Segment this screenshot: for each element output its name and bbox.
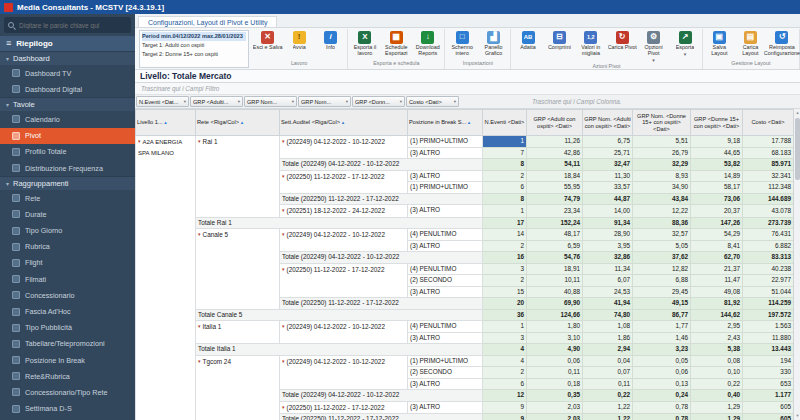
pivot-value-cell[interactable]: 54,76	[527, 252, 583, 264]
pivot-pos-cell[interactable]: (3) ALTRO	[408, 378, 483, 390]
row-area-header-rete-riga-col[interactable]: Rete <Riga/Col> ▴	[196, 110, 280, 136]
pivot-value-cell[interactable]: 53,82	[691, 159, 743, 171]
carica-pivot-button[interactable]: ↻Carica Pivot	[607, 29, 638, 51]
panello-grafico-button[interactable]: ▟Panello Grafico	[478, 29, 509, 57]
pivot-value-cell[interactable]: 112.348	[743, 182, 794, 194]
pivot-value-cell[interactable]: 1	[483, 136, 527, 148]
pivot-value-cell[interactable]: 6,88	[633, 275, 691, 287]
sidebar-section-raggruppamenti[interactable]: ▾Raggruppamenti	[0, 176, 135, 190]
pivot-value-cell[interactable]: 6	[483, 378, 527, 390]
expander-icon[interactable]: ▾	[282, 266, 285, 272]
expander-icon[interactable]: ▾	[282, 138, 285, 144]
pivot-pos-cell[interactable]: (3) ALTRO	[408, 401, 483, 414]
pivot-value-cell[interactable]: 17.788	[743, 136, 794, 148]
sidebar-item-pivot[interactable]: Pivot	[0, 128, 135, 144]
salva-layout-button[interactable]: ▣Salva Layout	[704, 29, 735, 57]
pivot-sett-cell[interactable]: ▾(202249) 04-12-2022 - 10-12-2022	[280, 321, 408, 344]
pivot-value-cell[interactable]: 68.183	[743, 147, 794, 159]
pivot-value-cell[interactable]: 1,46	[633, 332, 691, 344]
download-reports-button[interactable]: ↓Download Reports	[412, 29, 443, 57]
pivot-value-cell[interactable]: 44,87	[583, 193, 633, 205]
pivot-value-cell[interactable]: 653	[743, 378, 794, 390]
row-area-header-sett-auditel-riga-col[interactable]: Sett.Auditel <Riga/Col> ▴	[280, 110, 408, 136]
pivot-pos-cell[interactable]: (3) ALTRO	[408, 332, 483, 344]
pivot-value-cell[interactable]: 2,95	[691, 321, 743, 333]
pivot-value-cell[interactable]: 197.572	[743, 309, 794, 321]
sidebar-item-fascia-ad-hoc[interactable]: Fascia Ad'Hoc	[0, 303, 135, 319]
esci-e-salva-button[interactable]: ✕Esci e Salva	[252, 29, 283, 51]
pivot-value-cell[interactable]: 2	[483, 367, 527, 379]
data-column-header-n-eventi-dati[interactable]: N.Eventi <Dati>	[483, 110, 527, 136]
pivot-value-cell[interactable]: 8	[483, 193, 527, 205]
pivot-value-cell[interactable]: 32,47	[583, 159, 633, 171]
scroll-up-icon[interactable]: ▲	[794, 109, 800, 117]
pivot-value-cell[interactable]: 9,18	[691, 136, 743, 148]
pivot-value-cell[interactable]: 1,29	[691, 401, 743, 414]
expander-icon[interactable]: ▾	[282, 173, 285, 179]
pivot-value-cell[interactable]: 28,90	[583, 229, 633, 241]
pivot-value-cell[interactable]: 0,24	[633, 390, 691, 402]
pivot-pos-cell[interactable]: (4) PENULTIMO	[408, 263, 483, 275]
pivot-value-cell[interactable]: 14,00	[583, 205, 633, 218]
pivot-value-cell[interactable]: 8,41	[691, 240, 743, 252]
pivot-value-cell[interactable]: 124,66	[527, 309, 583, 321]
data-field-chip-grp-adulti[interactable]: GRP <Adulti...▾	[190, 96, 243, 107]
data-field-chip-costo-dati[interactable]: Costo <Dati>▾	[406, 96, 459, 107]
pivot-value-cell[interactable]: 2	[483, 170, 527, 182]
data-column-header-grp-nom-donne-15-con-ospiti-dati[interactable]: GRP Nom. <Donne 15+ con ospiti> <Dati>	[633, 110, 691, 136]
sidebar-item-tabellare-telepromozioni[interactable]: Tabellare/Telepromozioni	[0, 336, 135, 352]
pivot-value-cell[interactable]: 1,86	[583, 332, 633, 344]
pivot-sett-cell[interactable]: Totale (202250) 11-12-2022 - 17-12-2022	[280, 193, 483, 205]
expander-icon[interactable]: ▾	[282, 231, 285, 237]
pivot-rete-cell[interactable]: ▾Italia 1	[196, 321, 280, 344]
sidebar-item-posizione-in-break[interactable]: Posizione In Break	[0, 352, 135, 368]
sidebar-item-tipo-pubblicit[interactable]: Tipo Pubblicità	[0, 320, 135, 336]
pivot-value-cell[interactable]: 11,34	[583, 263, 633, 275]
sidebar-item-durate[interactable]: Durate	[0, 206, 135, 222]
comprimi-button[interactable]: ⊟Comprimi	[544, 29, 575, 51]
sidebar-item-concessionario-tipo-rete[interactable]: Concessionario/Tipo Rete	[0, 384, 135, 400]
pivot-value-cell[interactable]: 85.971	[743, 159, 794, 171]
pivot-value-cell[interactable]: 88,36	[633, 217, 691, 229]
pivot-value-cell[interactable]: 3,23	[633, 344, 691, 356]
pivot-value-cell[interactable]: 37,62	[633, 252, 691, 264]
pivot-value-cell[interactable]: 1,80	[527, 321, 583, 333]
pivot-value-cell[interactable]: 9	[483, 414, 527, 420]
pivot-value-cell[interactable]: 147,26	[691, 217, 743, 229]
pivot-value-cell[interactable]: 3	[483, 263, 527, 275]
pivot-pos-cell[interactable]: (4) PENULTIMO	[408, 229, 483, 241]
pivot-value-cell[interactable]: 2,03	[527, 414, 583, 420]
pivot-sett-cell[interactable]: Totale (202249) 04-12-2022 - 10-12-2022	[280, 252, 483, 264]
pivot-value-cell[interactable]: 18,91	[527, 263, 583, 275]
pivot-value-cell[interactable]: 2	[483, 240, 527, 252]
sidebar-item-riepilogo[interactable]: ≡ Riepilogo	[0, 36, 135, 51]
pivot-value-cell[interactable]: 3	[483, 332, 527, 344]
pivot-value-cell[interactable]: 24,53	[583, 286, 633, 298]
pivot-value-cell[interactable]: 54,29	[691, 229, 743, 241]
pivot-value-cell[interactable]: 605	[743, 401, 794, 414]
pivot-value-cell[interactable]: 16	[483, 252, 527, 264]
pivot-value-cell[interactable]: 273.739	[743, 217, 794, 229]
sidebar-item-flight[interactable]: Flight	[0, 255, 135, 271]
pivot-value-cell[interactable]: 32.341	[743, 170, 794, 182]
pivot-pos-cell[interactable]: (2) SECONDO	[408, 275, 483, 287]
expander-icon[interactable]: ▾	[282, 358, 285, 364]
sidebar-item-dashboard-digital[interactable]: Dashboard Digital	[0, 81, 135, 97]
pivot-pos-cell[interactable]: (1) PRIMO+ULTIMO	[408, 355, 483, 367]
pivot-value-cell[interactable]: 81,92	[691, 298, 743, 310]
pivot-sett-cell[interactable]: ▾(202249) 04-12-2022 - 10-12-2022	[280, 355, 408, 390]
pivot-sett-cell[interactable]: Totale (202250) 11-12-2022 - 17-12-2022	[280, 298, 483, 310]
pivot-value-cell[interactable]: 1.177	[743, 390, 794, 402]
pivot-value-cell[interactable]: 0,18	[527, 378, 583, 390]
pivot-sett-cell[interactable]: ▾(202250) 11-12-2022 - 17-12-2022	[280, 170, 408, 193]
pivot-value-cell[interactable]: 2,43	[691, 332, 743, 344]
pivot-value-cell[interactable]: 74,80	[583, 309, 633, 321]
sidebar-item-profilo-totale[interactable]: Profilo Totale	[0, 144, 135, 160]
pivot-value-cell[interactable]: 6,59	[527, 240, 583, 252]
avvia-button[interactable]: !Avvia	[283, 29, 314, 51]
pivot-value-cell[interactable]: 49,15	[633, 298, 691, 310]
expander-icon[interactable]: ▾	[198, 138, 201, 144]
pivot-value-cell[interactable]: 6,75	[583, 136, 633, 148]
pivot-value-cell[interactable]: 144,62	[691, 309, 743, 321]
scrollbar-thumb[interactable]	[795, 118, 800, 180]
